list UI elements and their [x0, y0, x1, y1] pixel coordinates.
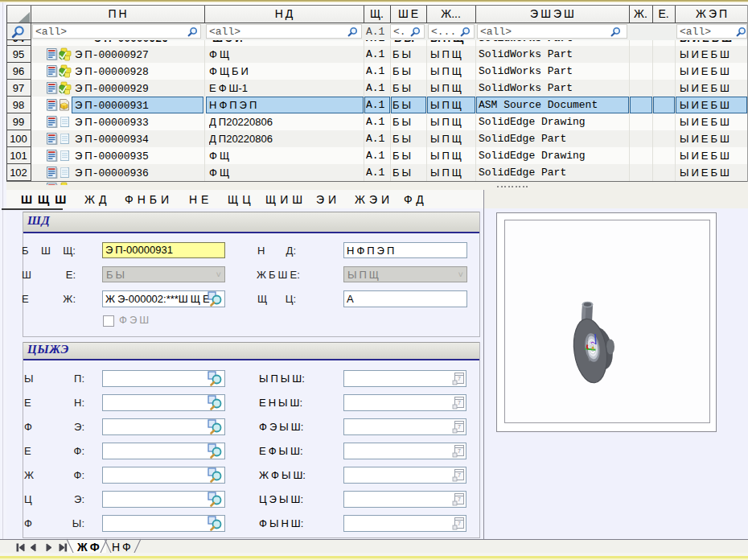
- svg-text:7: 7: [458, 400, 461, 406]
- svg-text:7: 7: [458, 472, 461, 478]
- svg-text:7: 7: [458, 448, 461, 454]
- svg-text:7: 7: [458, 376, 461, 381]
- svg-text:7: 7: [458, 424, 461, 430]
- svg-text:7: 7: [458, 496, 461, 502]
- svg-text:7: 7: [458, 521, 461, 526]
